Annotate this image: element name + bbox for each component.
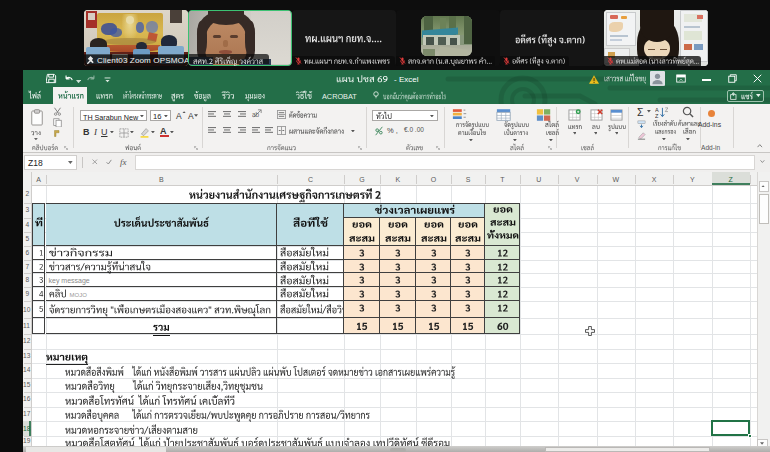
svg-text:ab: ab bbox=[252, 111, 260, 118]
svg-text:A: A bbox=[655, 107, 659, 113]
